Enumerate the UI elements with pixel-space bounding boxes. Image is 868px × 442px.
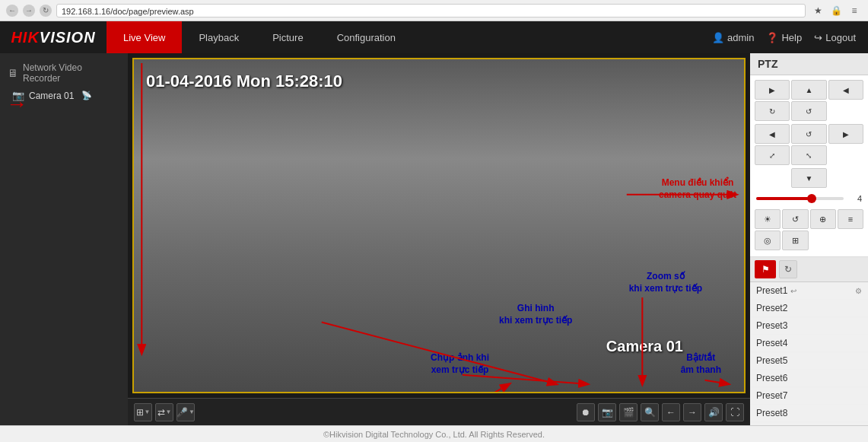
bookmark-icon[interactable]: ★ (810, 3, 825, 18)
fullscreen-btn[interactable]: ⛶ (726, 403, 744, 421)
preset-item-5[interactable]: Preset5 (750, 352, 868, 370)
svg-line-6 (705, 380, 729, 384)
ptz-slider-fill (756, 197, 809, 200)
ptz-controls: ▶ ▲ ◀ ↻ ↺ ◀ ↺ ▶ ⤢ ⤡ ▼ (750, 75, 868, 257)
ptz-menu-btn[interactable]: ≡ (838, 209, 863, 229)
ptz-rot-cw-btn[interactable]: ↻ (755, 101, 790, 121)
ptz-actions-row2: ◎ ⊞ (755, 231, 863, 250)
ptz-title: PTZ (750, 53, 868, 75)
browser-bar: ← → ↻ 192.168.1.16/doc/page/preview.asp … (0, 0, 868, 21)
preset-item-1[interactable]: Preset1 ↩ ⚙ (750, 282, 868, 300)
annotation-snapshot: Chụp ảnh khixem trực tiếp (431, 352, 489, 376)
audio-btn[interactable]: 🔊 (704, 403, 723, 421)
ptz-slider-value: 4 (847, 194, 862, 203)
snapshot-icon: 📷 (602, 407, 613, 418)
ptz-left2-btn[interactable]: ◀ (755, 124, 790, 144)
logo: HIKVISION (0, 21, 107, 53)
snapshot-btn[interactable]: 📷 (598, 403, 616, 421)
ptz-grid-row1: ▶ ▲ ◀ ↻ ↺ (755, 80, 863, 121)
stream-dropdown-arrow: ▼ (166, 409, 172, 415)
video-toolbar: ⊞ ▼ ⇄ ▼ 🎤 ▼ ⏺ 📷 🎬 (128, 398, 750, 425)
back-btn[interactable]: ← (6, 5, 18, 17)
zoom-in-icon: 🔍 (644, 407, 656, 418)
preset-refresh-btn[interactable]: ↻ (779, 260, 797, 278)
help-link[interactable]: ❓ Help (766, 32, 802, 43)
ptz-wiper-btn[interactable]: ↺ (782, 209, 808, 229)
preset-label-5: Preset5 (756, 355, 787, 366)
preset-label-3: Preset3 (756, 320, 787, 331)
toolbar-right: ⏺ 📷 🎬 🔍 ← → 🔊 (577, 403, 744, 421)
ptz-left-btn[interactable]: ◀ (828, 80, 863, 100)
copyright-text: ©Hikvision Digital Technology Co., Ltd. … (323, 430, 545, 439)
preset-item-8[interactable]: Preset8 (750, 405, 868, 422)
ptz-up-btn[interactable]: ▲ (791, 80, 826, 100)
ptz-speed-slider[interactable] (756, 197, 844, 200)
ptz-actions-row1: ☀ ↺ ⊕ ≡ (755, 209, 863, 229)
logout-link[interactable]: ↪ Logout (814, 32, 856, 43)
svg-line-3 (463, 375, 588, 384)
tab-playback[interactable]: Playback (182, 21, 256, 53)
ptz-right2-btn[interactable]: ▶ (828, 124, 863, 144)
preset-label-8: Preset8 (756, 408, 787, 418)
video-camera-label: Camera 01 (606, 338, 683, 355)
main-layout: 🖥 Network Video Recorder 📷 Camera 01 📡 →… (0, 53, 868, 425)
next-btn[interactable]: → (683, 403, 701, 421)
layout-icon: ⊞ (136, 407, 144, 418)
preset-item-3[interactable]: Preset3 (750, 317, 868, 335)
ptz-reset-btn[interactable]: ↺ (791, 124, 826, 144)
stream-icon: ⇄ (157, 407, 165, 418)
preset-tab-flag[interactable]: ⚑ (755, 260, 776, 278)
content-area: 01-04-2016 Mon 15:28:10 Camera 01 Menu đ… (128, 53, 750, 425)
sidebar: 🖥 Network Video Recorder 📷 Camera 01 📡 → (0, 53, 128, 425)
mic-dropdown-arrow: ▼ (189, 409, 195, 415)
preset-item-2[interactable]: Preset2 (750, 300, 868, 317)
ptz-expand-btn[interactable]: ⤢ (755, 145, 790, 165)
preset-label-7: Preset7 (756, 390, 787, 401)
preset-label-1: Preset1 (756, 285, 787, 296)
preset-item-7[interactable]: Preset7 (750, 387, 868, 405)
app-header: HIKVISION Live View Playback Picture Con… (0, 21, 868, 53)
preset-label-6: Preset6 (756, 373, 787, 383)
preset-item-4[interactable]: Preset4 (750, 335, 868, 352)
ptz-empty-action1 (810, 231, 836, 250)
mic-icon: 🎤 (176, 407, 188, 418)
prev-btn[interactable]: ← (662, 403, 680, 421)
preset-list: Preset1 ↩ ⚙ Preset2 Preset3 Preset4 Pres… (750, 282, 868, 425)
preset-label-4: Preset4 (756, 338, 787, 348)
zoom-in-btn[interactable]: 🔍 (641, 403, 659, 421)
ptz-focus-btn[interactable]: ⊕ (810, 209, 836, 229)
layout-btn[interactable]: ⊞ ▼ (134, 403, 152, 421)
url-bar[interactable]: 192.168.1.16/doc/page/preview.asp (56, 4, 806, 17)
ptz-empty2-btn (828, 168, 863, 188)
footer: ©Hikvision Digital Technology Co., Ltd. … (0, 425, 868, 442)
record-btn[interactable]: ⏺ (577, 403, 595, 421)
ptz-down-btn[interactable]: ▼ (791, 168, 826, 188)
menu-icon[interactable]: ≡ (847, 3, 862, 18)
nvr-icon: 🖥 (8, 67, 18, 79)
annotation-zoom: Zoom sốkhi xem trực tiếp (629, 271, 702, 294)
ptz-iris-btn[interactable]: ◎ (755, 231, 781, 250)
ptz-empty-btn (755, 168, 790, 188)
tab-picture[interactable]: Picture (256, 21, 320, 53)
tab-live-view[interactable]: Live View (107, 21, 182, 53)
header-right: 👤 admin ❓ Help ↪ Logout (712, 32, 868, 43)
forward-btn[interactable]: → (23, 5, 35, 17)
ptz-zoom-btn[interactable]: ⊞ (782, 231, 808, 250)
logo-text: HIKVISION (11, 29, 95, 46)
admin-link[interactable]: 👤 admin (712, 32, 754, 43)
tab-configuration[interactable]: Configuration (320, 21, 412, 53)
next-icon: → (688, 407, 697, 418)
user-icon: 👤 (712, 32, 724, 43)
clip-btn[interactable]: 🎬 (619, 403, 637, 421)
preset-gear-1[interactable]: ⚙ (855, 287, 862, 295)
ptz-rot-ccw-btn[interactable]: ↺ (791, 101, 826, 121)
annotation-record: Ghi hìnhkhi xem trực tiếp (499, 303, 572, 326)
stream-btn[interactable]: ⇄ ▼ (155, 403, 173, 421)
preset-item-6[interactable]: Preset6 (750, 370, 868, 387)
ptz-contract-btn[interactable]: ⤡ (791, 145, 826, 165)
refresh-btn[interactable]: ↻ (40, 5, 52, 17)
ptz-right-btn[interactable]: ▶ (755, 80, 790, 100)
ptz-light-btn[interactable]: ☀ (755, 209, 781, 229)
mic-btn[interactable]: 🎤 ▼ (176, 403, 195, 421)
preset-item-9[interactable]: Preset9 (750, 422, 868, 425)
